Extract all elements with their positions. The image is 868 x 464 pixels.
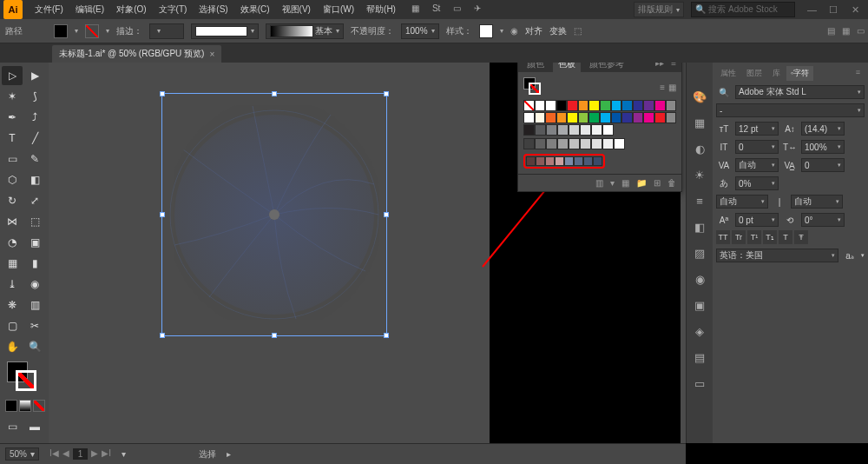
next-artboard-icon[interactable]: ▶ xyxy=(91,448,98,460)
swatch[interactable] xyxy=(556,100,568,111)
panel-tab-guide[interactable]: 颜色参考 xyxy=(584,63,629,72)
curvature-tool[interactable]: ⤴ xyxy=(24,108,45,127)
menu-select[interactable]: 选择(S) xyxy=(194,2,233,17)
direct-selection-tool[interactable]: ▶ xyxy=(24,66,45,85)
bridge-icon[interactable]: ▦ xyxy=(411,3,424,16)
panel-collapse-icon[interactable]: ▸▸ xyxy=(654,63,666,72)
stock-search-input[interactable]: 🔍 搜索 Adobe Stock xyxy=(691,2,795,17)
maximize-button[interactable]: ☐ xyxy=(824,4,843,16)
rotate-tool[interactable]: ↻ xyxy=(2,191,23,210)
char-tab-layers[interactable]: 图层 xyxy=(742,66,766,81)
last-artboard-icon[interactable]: ▶I xyxy=(102,448,111,460)
screen-mode-normal[interactable]: ▭ xyxy=(2,417,23,436)
menu-view[interactable]: 视图(V) xyxy=(277,2,316,17)
panel-icon-1[interactable]: ▤ xyxy=(827,26,835,36)
language-dropdown[interactable]: 英语：美国▾ xyxy=(716,249,838,262)
swatch[interactable] xyxy=(535,138,546,149)
dock-appearance-icon[interactable]: ◉ xyxy=(692,271,707,287)
swatch[interactable] xyxy=(602,124,614,136)
close-tab-icon[interactable]: × xyxy=(209,50,214,59)
swatch[interactable] xyxy=(536,156,545,166)
horiz-scale-input[interactable]: 100%▾ xyxy=(801,140,845,154)
transform-link[interactable]: 变换 xyxy=(549,25,567,37)
color-picker[interactable] xyxy=(7,361,38,393)
eraser-tool[interactable]: ◧ xyxy=(24,170,45,189)
baseline-input[interactable]: 0 pt▾ xyxy=(735,213,779,227)
delete-swatch-icon[interactable]: 🗑 xyxy=(667,178,676,188)
menu-window[interactable]: 窗口(W) xyxy=(318,2,359,17)
brush-tool[interactable]: ✎ xyxy=(24,149,45,169)
swatch[interactable] xyxy=(574,156,583,166)
gpu-icon[interactable]: ✈ xyxy=(474,3,486,16)
selection-tool[interactable]: ▷ xyxy=(2,66,23,85)
panel-icon-2[interactable]: ▦ xyxy=(842,26,850,36)
isolate-icon[interactable]: ⬚ xyxy=(574,26,582,36)
graphic-style-swatch[interactable] xyxy=(479,24,493,38)
perspective-tool[interactable]: ▣ xyxy=(24,233,45,252)
artboard-number-input[interactable]: 1 xyxy=(73,448,89,460)
shape-builder-tool[interactable]: ◔ xyxy=(2,233,23,252)
swatch[interactable] xyxy=(621,112,633,123)
swatch[interactable] xyxy=(523,112,535,123)
swatch[interactable] xyxy=(526,156,536,166)
tracking-input[interactable]: 0▾ xyxy=(801,158,845,172)
swatch-options-icon[interactable]: ▦ xyxy=(621,178,629,188)
char-tab-libraries[interactable]: 库 xyxy=(768,66,785,81)
stock-icon[interactable]: St xyxy=(432,3,444,16)
swatch[interactable] xyxy=(654,112,666,123)
swatch[interactable] xyxy=(621,100,633,111)
menu-edit[interactable]: 编辑(E) xyxy=(70,2,109,17)
small-caps-button[interactable]: Tr xyxy=(732,230,746,244)
panel-tab-color[interactable]: 颜色 xyxy=(522,63,549,72)
swatch[interactable] xyxy=(557,138,569,149)
opacity-input[interactable]: 100%▾ xyxy=(401,23,439,39)
swatch[interactable] xyxy=(583,156,593,166)
mesh-tool[interactable]: ▦ xyxy=(2,254,23,273)
swatch[interactable] xyxy=(578,100,589,111)
swatch-list-view-icon[interactable]: ≡ xyxy=(660,83,665,92)
artboard-tool[interactable]: ▢ xyxy=(2,316,23,335)
zoom-dropdown[interactable]: 50%▾ xyxy=(5,447,39,461)
swatch[interactable] xyxy=(569,124,580,136)
swatch[interactable] xyxy=(593,156,602,166)
screen-mode-full[interactable]: ▬ xyxy=(24,417,45,436)
leading-input[interactable]: (14.4)▾ xyxy=(801,122,845,136)
arrange-icon[interactable]: ▭ xyxy=(453,3,465,16)
swatch[interactable] xyxy=(578,112,589,123)
rectangle-tool[interactable]: ▭ xyxy=(2,149,23,169)
dock-brushes-icon[interactable]: ◐ xyxy=(692,141,707,156)
dock-graphic-styles-icon[interactable]: ▣ xyxy=(692,297,707,313)
swatch[interactable] xyxy=(569,138,580,149)
dock-color-icon[interactable]: 🎨 xyxy=(692,89,707,104)
pen-tool[interactable]: ✒ xyxy=(2,108,23,127)
dock-asset-icon[interactable]: ▤ xyxy=(692,349,707,365)
stroke-profile-dropdown[interactable]: ▾ xyxy=(191,23,259,39)
swatch[interactable] xyxy=(611,100,622,111)
swatch-libraries-icon[interactable]: ▥ xyxy=(595,178,603,188)
swatch[interactable] xyxy=(523,124,535,136)
highlighted-swatch-group[interactable] xyxy=(523,154,605,169)
aki-right-input[interactable]: 自动▾ xyxy=(791,195,843,209)
stroke-weight-input[interactable]: ▾ xyxy=(149,23,184,39)
none-swatch[interactable] xyxy=(523,100,535,111)
font-style-dropdown[interactable]: -▾ xyxy=(716,103,865,117)
swatch[interactable] xyxy=(535,112,546,123)
dock-artboards-icon[interactable]: ▭ xyxy=(692,375,707,391)
color-mode-fill[interactable] xyxy=(5,400,17,412)
recolor-icon[interactable]: ◉ xyxy=(510,26,518,36)
close-button[interactable]: ✕ xyxy=(845,4,865,16)
swatch[interactable] xyxy=(545,100,556,111)
vert-scale-input[interactable]: 0▾ xyxy=(735,140,779,154)
type-tool[interactable]: T xyxy=(2,129,23,148)
scale-tool[interactable]: ⤢ xyxy=(24,191,45,210)
panel-tab-swatches[interactable]: 色板 xyxy=(553,63,581,72)
char-tab-character[interactable]: ◦字符 xyxy=(786,66,813,81)
swatch[interactable] xyxy=(567,112,578,123)
swatch[interactable] xyxy=(633,100,644,111)
swatch[interactable] xyxy=(557,124,569,136)
aki-left-input[interactable]: 自动▾ xyxy=(716,195,768,209)
new-group-icon[interactable]: 📁 xyxy=(636,178,647,188)
strikethrough-button[interactable]: Ŧ xyxy=(794,230,808,244)
char-panel-menu-icon[interactable]: ≡ xyxy=(852,66,865,81)
swatch[interactable] xyxy=(546,138,557,149)
